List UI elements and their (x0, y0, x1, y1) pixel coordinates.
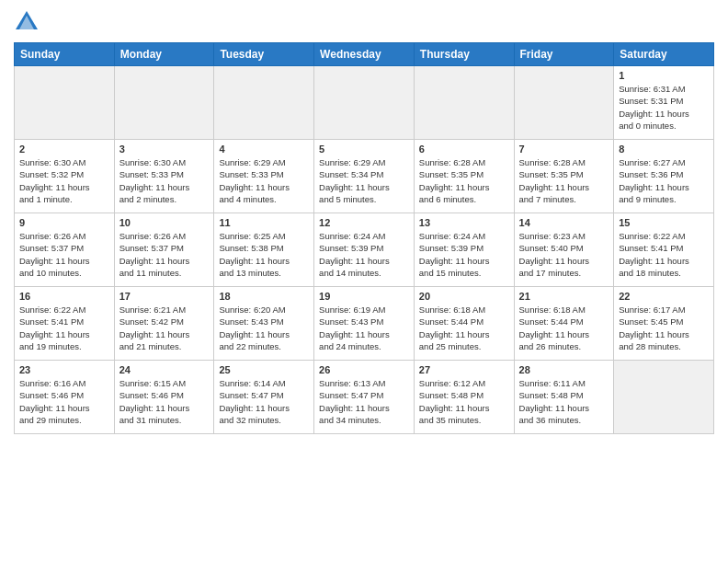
day-info: Sunrise: 6:18 AM Sunset: 5:44 PM Dayligh… (519, 304, 609, 352)
calendar-cell: 8Sunrise: 6:27 AM Sunset: 5:36 PM Daylig… (614, 140, 714, 213)
day-number: 28 (519, 364, 609, 375)
day-number: 7 (519, 144, 609, 155)
day-info: Sunrise: 6:24 AM Sunset: 5:39 PM Dayligh… (419, 230, 509, 279)
calendar-header: SundayMondayTuesdayWednesdayThursdayFrid… (15, 43, 714, 66)
day-number: 13 (419, 217, 509, 228)
day-info: Sunrise: 6:14 AM Sunset: 5:47 PM Dayligh… (219, 377, 309, 426)
day-number: 6 (419, 144, 509, 155)
day-info: Sunrise: 6:19 AM Sunset: 5:43 PM Dayligh… (319, 304, 409, 352)
day-number: 15 (619, 217, 709, 228)
calendar-cell: 28Sunrise: 6:11 AM Sunset: 5:48 PM Dayli… (514, 361, 614, 434)
calendar-cell (15, 66, 115, 140)
day-number: 17 (119, 291, 210, 302)
day-info: Sunrise: 6:27 AM Sunset: 5:36 PM Dayligh… (619, 156, 709, 205)
day-number: 20 (419, 291, 509, 302)
day-number: 5 (319, 144, 409, 155)
day-info: Sunrise: 6:17 AM Sunset: 5:45 PM Dayligh… (619, 304, 709, 352)
day-info: Sunrise: 6:15 AM Sunset: 5:46 PM Dayligh… (119, 377, 210, 426)
calendar-cell: 19Sunrise: 6:19 AM Sunset: 5:43 PM Dayli… (314, 287, 415, 361)
calendar-cell (314, 66, 415, 140)
calendar-cell: 16Sunrise: 6:22 AM Sunset: 5:41 PM Dayli… (15, 287, 115, 361)
calendar-cell: 14Sunrise: 6:23 AM Sunset: 5:40 PM Dayli… (514, 213, 614, 287)
calendar-week-row: 1Sunrise: 6:31 AM Sunset: 5:31 PM Daylig… (15, 66, 714, 140)
calendar-cell: 4Sunrise: 6:29 AM Sunset: 5:33 PM Daylig… (214, 140, 314, 213)
day-info: Sunrise: 6:30 AM Sunset: 5:32 PM Dayligh… (19, 156, 109, 205)
calendar-cell: 7Sunrise: 6:28 AM Sunset: 5:35 PM Daylig… (514, 140, 614, 213)
day-number: 25 (219, 364, 309, 375)
day-number: 23 (19, 364, 109, 375)
day-info: Sunrise: 6:21 AM Sunset: 5:42 PM Dayligh… (119, 304, 210, 352)
day-number: 1 (619, 70, 709, 81)
calendar-cell: 1Sunrise: 6:31 AM Sunset: 5:31 PM Daylig… (614, 66, 714, 140)
header-day: Monday (114, 43, 214, 66)
logo-icon (14, 9, 40, 35)
day-number: 19 (319, 291, 409, 302)
day-number: 26 (319, 364, 409, 375)
day-info: Sunrise: 6:22 AM Sunset: 5:41 PM Dayligh… (619, 230, 709, 279)
calendar-cell: 15Sunrise: 6:22 AM Sunset: 5:41 PM Dayli… (614, 213, 714, 287)
day-info: Sunrise: 6:22 AM Sunset: 5:41 PM Dayligh… (19, 304, 109, 352)
day-number: 16 (19, 291, 109, 302)
calendar-cell (614, 361, 714, 434)
day-info: Sunrise: 6:16 AM Sunset: 5:46 PM Dayligh… (19, 377, 109, 426)
calendar-cell: 2Sunrise: 6:30 AM Sunset: 5:32 PM Daylig… (15, 140, 115, 213)
day-info: Sunrise: 6:13 AM Sunset: 5:47 PM Dayligh… (319, 377, 409, 426)
calendar-week-row: 23Sunrise: 6:16 AM Sunset: 5:46 PM Dayli… (15, 361, 714, 434)
calendar-cell: 13Sunrise: 6:24 AM Sunset: 5:39 PM Dayli… (414, 213, 514, 287)
day-number: 11 (219, 217, 309, 228)
header-day: Tuesday (214, 43, 314, 66)
day-info: Sunrise: 6:11 AM Sunset: 5:48 PM Dayligh… (519, 377, 609, 426)
calendar-cell: 18Sunrise: 6:20 AM Sunset: 5:43 PM Dayli… (214, 287, 314, 361)
calendar-cell: 23Sunrise: 6:16 AM Sunset: 5:46 PM Dayli… (15, 361, 115, 434)
calendar-cell: 6Sunrise: 6:28 AM Sunset: 5:35 PM Daylig… (414, 140, 514, 213)
day-info: Sunrise: 6:28 AM Sunset: 5:35 PM Dayligh… (419, 156, 509, 205)
header-day: Thursday (414, 43, 514, 66)
calendar-cell: 11Sunrise: 6:25 AM Sunset: 5:38 PM Dayli… (214, 213, 314, 287)
calendar-table: SundayMondayTuesdayWednesdayThursdayFrid… (14, 42, 714, 434)
day-number: 10 (119, 217, 210, 228)
day-number: 21 (519, 291, 609, 302)
calendar-cell (414, 66, 514, 140)
day-number: 2 (19, 144, 109, 155)
day-number: 22 (619, 291, 709, 302)
header-day: Saturday (614, 43, 714, 66)
day-info: Sunrise: 6:26 AM Sunset: 5:37 PM Dayligh… (19, 230, 109, 279)
day-number: 24 (119, 364, 210, 375)
calendar-cell (114, 66, 214, 140)
calendar-cell: 5Sunrise: 6:29 AM Sunset: 5:34 PM Daylig… (314, 140, 415, 213)
day-number: 9 (19, 217, 109, 228)
calendar-cell: 26Sunrise: 6:13 AM Sunset: 5:47 PM Dayli… (314, 361, 415, 434)
day-info: Sunrise: 6:31 AM Sunset: 5:31 PM Dayligh… (619, 83, 709, 132)
header-day: Sunday (15, 43, 115, 66)
day-number: 12 (319, 217, 409, 228)
day-number: 8 (619, 144, 709, 155)
header-row: SundayMondayTuesdayWednesdayThursdayFrid… (15, 43, 714, 66)
day-info: Sunrise: 6:29 AM Sunset: 5:33 PM Dayligh… (219, 156, 309, 205)
calendar-cell: 9Sunrise: 6:26 AM Sunset: 5:37 PM Daylig… (15, 213, 115, 287)
calendar-cell (514, 66, 614, 140)
header-day: Wednesday (314, 43, 415, 66)
day-info: Sunrise: 6:12 AM Sunset: 5:48 PM Dayligh… (419, 377, 509, 426)
calendar-week-row: 2Sunrise: 6:30 AM Sunset: 5:32 PM Daylig… (15, 140, 714, 213)
calendar-cell: 21Sunrise: 6:18 AM Sunset: 5:44 PM Dayli… (514, 287, 614, 361)
calendar-cell: 3Sunrise: 6:30 AM Sunset: 5:33 PM Daylig… (114, 140, 214, 213)
calendar-cell: 22Sunrise: 6:17 AM Sunset: 5:45 PM Dayli… (614, 287, 714, 361)
day-number: 18 (219, 291, 309, 302)
calendar-cell: 17Sunrise: 6:21 AM Sunset: 5:42 PM Dayli… (114, 287, 214, 361)
day-number: 14 (519, 217, 609, 228)
calendar-body: 1Sunrise: 6:31 AM Sunset: 5:31 PM Daylig… (15, 66, 714, 434)
calendar-cell: 25Sunrise: 6:14 AM Sunset: 5:47 PM Dayli… (214, 361, 314, 434)
day-number: 3 (119, 144, 210, 155)
day-info: Sunrise: 6:18 AM Sunset: 5:44 PM Dayligh… (419, 304, 509, 352)
calendar-week-row: 16Sunrise: 6:22 AM Sunset: 5:41 PM Dayli… (15, 287, 714, 361)
calendar-week-row: 9Sunrise: 6:26 AM Sunset: 5:37 PM Daylig… (15, 213, 714, 287)
header (14, 9, 714, 35)
calendar-cell: 24Sunrise: 6:15 AM Sunset: 5:46 PM Dayli… (114, 361, 214, 434)
day-info: Sunrise: 6:30 AM Sunset: 5:33 PM Dayligh… (119, 156, 210, 205)
calendar-cell: 20Sunrise: 6:18 AM Sunset: 5:44 PM Dayli… (414, 287, 514, 361)
day-number: 4 (219, 144, 309, 155)
day-info: Sunrise: 6:25 AM Sunset: 5:38 PM Dayligh… (219, 230, 309, 279)
day-info: Sunrise: 6:20 AM Sunset: 5:43 PM Dayligh… (219, 304, 309, 352)
calendar-cell (214, 66, 314, 140)
calendar-cell: 27Sunrise: 6:12 AM Sunset: 5:48 PM Dayli… (414, 361, 514, 434)
